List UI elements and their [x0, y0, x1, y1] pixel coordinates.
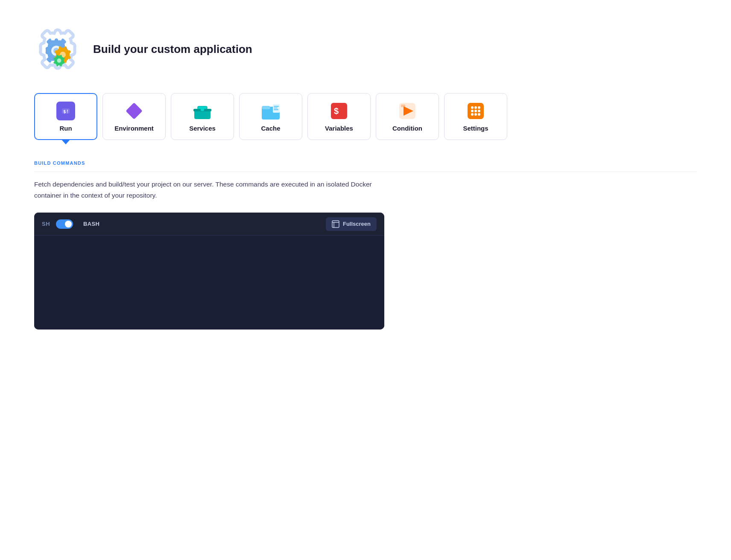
tab-variables-label: Variables — [325, 125, 353, 132]
tab-settings-label: Settings — [463, 125, 488, 132]
page-title: Build your custom application — [93, 43, 252, 56]
svg-point-4 — [57, 58, 61, 63]
tab-wrapper-environment: Environment — [102, 93, 166, 140]
bash-label: BASH — [83, 221, 99, 227]
svg-rect-18 — [274, 109, 278, 110]
tab-wrapper-settings: Settings — [444, 93, 507, 140]
page-header: Build your custom application — [34, 26, 697, 73]
tab-settings[interactable]: Settings — [444, 93, 507, 140]
editor-toolbar-left: SH BASH — [42, 219, 99, 229]
run-icon: $! — [56, 102, 75, 120]
code-editor: SH BASH Fullscreen — [34, 213, 384, 330]
toggle-knob — [65, 221, 72, 228]
services-icon — [193, 102, 212, 120]
mode-toggle[interactable] — [56, 219, 73, 229]
tab-wrapper-services: Services — [171, 93, 234, 140]
app-logo — [34, 26, 81, 73]
tab-cache[interactable]: Cache — [239, 93, 302, 140]
svg-rect-17 — [274, 108, 278, 108]
tab-cache-label: Cache — [261, 125, 280, 132]
svg-point-25 — [471, 106, 474, 109]
editor-body[interactable] — [34, 236, 384, 330]
svg-point-32 — [474, 113, 477, 116]
svg-point-26 — [474, 106, 477, 109]
svg-rect-14 — [262, 106, 270, 109]
environment-icon — [125, 102, 143, 120]
tab-wrapper-condition: Condition — [376, 93, 439, 140]
svg-point-31 — [471, 113, 474, 116]
section-description: Fetch dependencies and build/test your p… — [34, 179, 384, 201]
tab-wrapper-run: $! Run — [34, 93, 97, 140]
condition-icon — [398, 102, 417, 120]
tab-wrapper-variables: $ Variables — [307, 93, 371, 140]
editor-toolbar: SH BASH Fullscreen — [34, 213, 384, 236]
fullscreen-label: Fullscreen — [343, 221, 371, 227]
variables-icon: $ — [330, 102, 348, 120]
svg-text:$!: $! — [63, 109, 69, 114]
build-commands-section: BUILD COMMANDS Fetch dependencies and bu… — [34, 160, 697, 330]
svg-rect-16 — [274, 106, 279, 107]
section-label: BUILD COMMANDS — [34, 160, 697, 172]
tab-services[interactable]: Services — [171, 93, 234, 140]
tab-services-label: Services — [189, 125, 216, 132]
tab-run-label: Run — [59, 125, 72, 132]
svg-rect-8 — [126, 102, 143, 120]
svg-point-28 — [471, 110, 474, 112]
fullscreen-button[interactable]: Fullscreen — [326, 217, 377, 231]
svg-point-33 — [478, 113, 480, 116]
cache-icon — [261, 102, 280, 120]
settings-icon — [466, 102, 485, 120]
tab-wrapper-cache: Cache — [239, 93, 302, 140]
svg-rect-34 — [332, 221, 339, 228]
svg-point-27 — [478, 106, 480, 109]
svg-text:$: $ — [334, 106, 339, 116]
tab-environment-label: Environment — [114, 125, 154, 132]
mode-toggle-wrapper[interactable] — [56, 219, 73, 229]
svg-rect-19 — [331, 103, 347, 119]
fullscreen-icon — [332, 220, 339, 228]
sh-label: SH — [42, 221, 50, 227]
tab-run[interactable]: $! Run — [34, 93, 97, 140]
tab-bar: $! Run Environment — [34, 93, 697, 140]
svg-rect-12 — [201, 108, 204, 111]
tab-environment[interactable]: Environment — [102, 93, 166, 140]
tab-condition[interactable]: Condition — [376, 93, 439, 140]
svg-point-30 — [478, 110, 480, 112]
svg-rect-23 — [401, 105, 405, 107]
svg-point-29 — [474, 110, 477, 112]
tab-variables[interactable]: $ Variables — [307, 93, 371, 140]
tab-condition-label: Condition — [392, 125, 422, 132]
